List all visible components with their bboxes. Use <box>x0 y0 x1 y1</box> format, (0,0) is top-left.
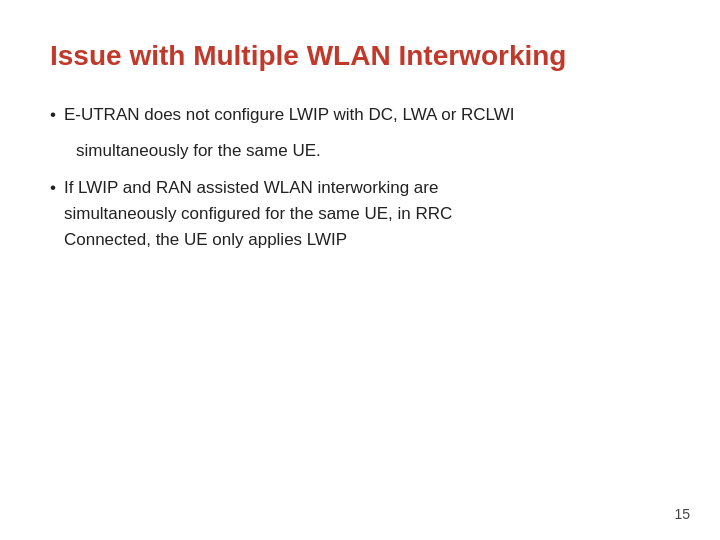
bullet-1-text: E-UTRAN does not configure LWIP with DC,… <box>64 102 670 128</box>
bullet-symbol-1: • <box>50 102 56 128</box>
bullet-2-text: If LWIP and RAN assisted WLAN interworki… <box>64 175 670 254</box>
page-number: 15 <box>674 506 690 522</box>
bullet-1: • E-UTRAN does not configure LWIP with D… <box>50 102 670 128</box>
bullet-1-main: E-UTRAN does not configure LWIP with DC,… <box>64 105 515 124</box>
bullet-1-continuation: simultaneously for the same UE. <box>76 138 670 164</box>
bullet-2-line2: simultaneously configured for the same U… <box>64 204 452 223</box>
bullet-symbol-2: • <box>50 175 56 201</box>
slide-content: • E-UTRAN does not configure LWIP with D… <box>50 102 670 254</box>
slide-title: Issue with Multiple WLAN Interworking <box>50 40 670 72</box>
bullet-2-line1: If LWIP and RAN assisted WLAN interworki… <box>64 178 438 197</box>
bullet-2: • If LWIP and RAN assisted WLAN interwor… <box>50 175 670 254</box>
slide: Issue with Multiple WLAN Interworking • … <box>0 0 720 540</box>
bullet-2-line3: Connected, the UE only applies LWIP <box>64 230 347 249</box>
bullet-1-cont-text: simultaneously for the same UE. <box>76 141 321 160</box>
